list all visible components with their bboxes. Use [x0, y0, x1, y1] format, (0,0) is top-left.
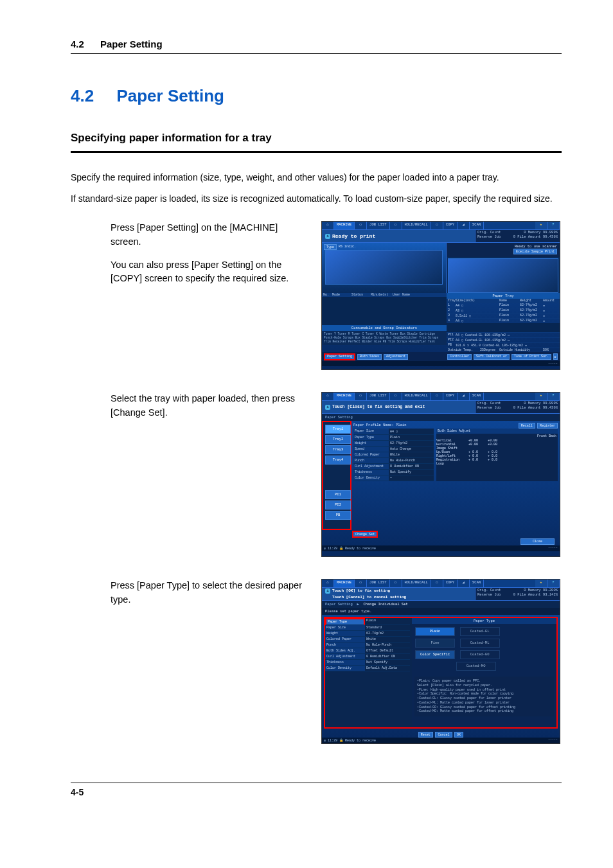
- both-sides-button[interactable]: Both Sides: [357, 354, 382, 360]
- property-table: Paper SizeA4 ▢ Paper TypePlain Weight62-…: [353, 429, 434, 481]
- icon-tab-2[interactable]: ▭: [390, 222, 402, 229]
- type-coated-mo[interactable]: Coated-MO: [456, 662, 496, 671]
- paper-setting-button[interactable]: Paper Setting: [324, 353, 355, 360]
- paper-setting-screen-screenshot: ⌂ MACHINE ▭ JOB LIST ▭ HOLD/RECALL ▭ COP…: [321, 392, 560, 557]
- paper-tray-label: Paper Tray: [447, 293, 560, 299]
- tab-copy[interactable]: COPY: [443, 393, 458, 400]
- tab-recall[interactable]: HOLD/RECALL: [402, 222, 431, 229]
- footer-bar: ◎ 11:29 🔒 Ready to receive-----: [322, 738, 560, 743]
- home-icon[interactable]: ⌂: [322, 222, 334, 229]
- paper-type-screen-screenshot: ⌂ MACHINE ▭ JOB LIST ▭ HOLD/RECALL ▭ COP…: [321, 579, 560, 744]
- toggle-rs: RS indic.: [339, 245, 356, 249]
- soft-cal-button[interactable]: Soft.Calibrat or: [474, 354, 510, 360]
- close-button[interactable]: Close: [520, 538, 555, 545]
- status-message-1: Touch [OK] to fix setting: [332, 589, 390, 593]
- output-diagram: [448, 258, 558, 293]
- reset-button[interactable]: Reset: [418, 732, 433, 738]
- star-icon[interactable]: ★: [535, 580, 547, 587]
- type-coated-go[interactable]: Coated-GO: [460, 650, 500, 659]
- icon-tab-1[interactable]: ▭: [355, 222, 367, 229]
- tab-recall[interactable]: HOLD/RECALL: [402, 580, 431, 587]
- header-section-number: 4.2: [71, 39, 84, 49]
- step-3-text-1: Press [Paper Type] to select the desired…: [111, 579, 303, 607]
- step-2-text-1: Select the tray with paper loaded, then …: [111, 392, 303, 420]
- tab-joblist[interactable]: JOB LIST: [367, 393, 389, 400]
- type-legend: •Plain: Copy paper called as PPC. Select…: [414, 677, 554, 716]
- info-icon: i: [325, 234, 330, 239]
- footer-bar: -----: [322, 361, 560, 366]
- adjustment-button[interactable]: Adjustment: [384, 354, 408, 360]
- sample-print-button[interactable]: Execute Sample Print: [513, 249, 557, 254]
- footer-bar: ◎ 11:29 🔒 Ready to receive-----: [322, 545, 560, 551]
- prompt: Please set paper type.: [322, 608, 560, 615]
- tray-button-4[interactable]: Tray4: [325, 456, 351, 465]
- status-message: Touch [Close] to fix setting and exit: [332, 405, 425, 409]
- subheading-rule: [71, 151, 562, 153]
- tab-scan[interactable]: SCAN: [470, 393, 484, 400]
- tray-row-pb[interactable]: PB101.0 x 451.0 Coated-GL 106-135g/m2 ▭: [447, 342, 560, 348]
- tab-joblist[interactable]: JOB LIST: [367, 222, 389, 229]
- tab-joblist[interactable]: JOB LIST: [367, 580, 389, 587]
- status-counts: Orig. Count0 Memory 99.999% Reserve Job0…: [475, 230, 560, 243]
- tray-button-3[interactable]: Tray3: [325, 445, 351, 454]
- toggle-type[interactable]: Type: [324, 244, 337, 250]
- tray-button-2[interactable]: Tray2: [325, 435, 351, 444]
- tray-row[interactable]: 4A4 ▢Plain62-74g/m2▭: [447, 318, 560, 323]
- machine-preview: Type RS indic.: [322, 243, 447, 293]
- home-icon[interactable]: ⌂: [322, 580, 334, 587]
- section-title: 4.2 Paper Setting: [71, 86, 562, 106]
- subheading: Specifying paper information for a tray: [71, 132, 562, 145]
- tab-machine[interactable]: MACHINE: [334, 580, 355, 587]
- type-coated-ml[interactable]: Coated-ML: [460, 639, 500, 648]
- pb-button[interactable]: PB: [325, 511, 351, 520]
- pi2-button[interactable]: PI2: [325, 500, 351, 509]
- page-number: 4-5: [71, 787, 562, 797]
- tone-print-button[interactable]: Tone of Print Sur.: [511, 354, 551, 360]
- tray-row-pi2[interactable]: PI2A4 ▢ Coated-GL 106-135g/m2 ▭: [447, 337, 560, 342]
- tab-machine[interactable]: MACHINE: [334, 222, 355, 229]
- help-icon[interactable]: ?: [547, 393, 560, 400]
- tab-recall[interactable]: HOLD/RECALL: [402, 393, 431, 400]
- arrow-icon[interactable]: ▶: [553, 353, 558, 360]
- ok-button[interactable]: OK: [454, 732, 463, 738]
- help-icon[interactable]: ?: [547, 580, 560, 587]
- type-plain[interactable]: Plain: [415, 627, 455, 636]
- type-color-specific[interactable]: Color Specific: [415, 650, 455, 659]
- info-icon: i: [325, 405, 330, 410]
- jobs-empty: [322, 297, 447, 325]
- step-2: Select the tray with paper loaded, then …: [111, 392, 562, 557]
- controller-button[interactable]: Controller: [447, 354, 472, 360]
- tray-row[interactable]: 1A4 ▢Plain62-74g/m2▭: [447, 303, 560, 308]
- tray-row[interactable]: 38.5x11 ▢Plain62-74g/m2▭: [447, 313, 560, 318]
- running-header: 4.2 Paper Setting: [71, 39, 562, 49]
- pi1-button[interactable]: PI1: [325, 490, 351, 499]
- profile-name-label: Paper Profile Name: [353, 423, 391, 427]
- help-icon[interactable]: ?: [547, 222, 560, 229]
- register-button[interactable]: Register: [537, 423, 558, 429]
- footer-rule: [71, 783, 562, 783]
- paper-type-button[interactable]: Paper Type: [325, 618, 365, 625]
- icon-tab-4[interactable]: ◢: [458, 222, 470, 229]
- tray-row[interactable]: 2A3 ▢Plain62-74g/m2▭: [447, 308, 560, 313]
- change-set-button[interactable]: Change Set: [352, 531, 378, 538]
- tab-scan[interactable]: SCAN: [470, 580, 484, 587]
- icon-tab-3[interactable]: ▭: [431, 222, 443, 229]
- tray-button-1[interactable]: Tray1: [325, 425, 351, 434]
- recall-button[interactable]: Recall: [519, 423, 535, 429]
- type-coated-gl[interactable]: Coated-GL: [460, 627, 500, 636]
- step-3: Press [Paper Type] to select the desired…: [111, 579, 562, 744]
- consumable-label: Consumable and Scrap Indicators: [322, 325, 447, 331]
- tab-scan[interactable]: SCAN: [470, 222, 484, 229]
- step-1-text-1: Press [Paper Setting] on the [MACHINE] s…: [111, 221, 303, 249]
- consumables-list: Toner Y Toner M Toner C Toner K Waste To…: [322, 331, 447, 345]
- tab-copy[interactable]: COPY: [443, 580, 458, 587]
- tab-copy[interactable]: COPY: [443, 222, 458, 229]
- tab-machine[interactable]: MACHINE: [334, 393, 355, 400]
- star-icon[interactable]: ★: [535, 222, 547, 229]
- star-icon[interactable]: ★: [535, 393, 547, 400]
- top-tabs: ⌂ MACHINE ▭ JOB LIST ▭ HOLD/RECALL ▭ COP…: [322, 393, 560, 401]
- cancel-button[interactable]: Cancel: [435, 732, 452, 738]
- tray-row-pi1[interactable]: PI1A4 ▢ Coated-GL 106-135g/m2 ▭: [447, 332, 560, 337]
- home-icon[interactable]: ⌂: [322, 393, 334, 400]
- type-fine[interactable]: Fine: [415, 639, 455, 648]
